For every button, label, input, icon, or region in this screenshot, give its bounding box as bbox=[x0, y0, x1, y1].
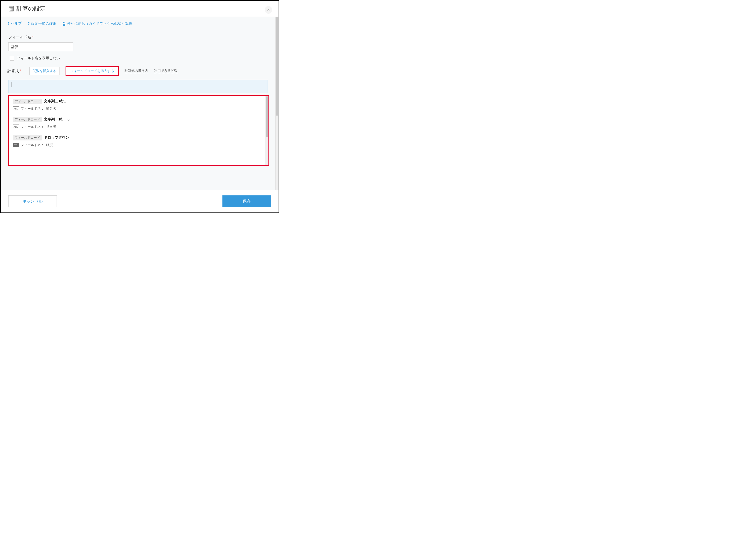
field-name-value: 確度 bbox=[46, 143, 53, 147]
dialog-body: ? ヘルプ ? 設定手順の詳細 便利に使おうガイドブック vol.02 計算編 … bbox=[1, 17, 278, 190]
field-list-scrollbar[interactable] bbox=[265, 96, 268, 165]
svg-rect-13 bbox=[14, 145, 17, 145]
svg-point-2 bbox=[10, 9, 11, 9]
svg-point-7 bbox=[12, 10, 13, 10]
available-functions-link[interactable]: 利用できる関数 bbox=[154, 69, 177, 73]
formula-label-text: 計算式 bbox=[7, 69, 19, 73]
field-name-value: 顧客名 bbox=[46, 107, 56, 111]
formula-label: 計算式* bbox=[7, 68, 21, 74]
svg-point-4 bbox=[12, 9, 13, 9]
hide-field-name-checkbox[interactable] bbox=[10, 56, 14, 61]
setup-detail-link[interactable]: ? 設定手順の詳細 bbox=[28, 21, 56, 26]
cancel-button[interactable]: キャンセル bbox=[8, 195, 57, 207]
field-code-badge: フィールドコード bbox=[13, 99, 42, 104]
help-link[interactable]: ? ヘルプ bbox=[7, 21, 22, 26]
scrollbar-thumb[interactable] bbox=[276, 17, 278, 116]
field-code-item[interactable]: フィールドコード ドロップダウン フィールド名：確度 bbox=[9, 132, 265, 150]
field-code-badge: フィールドコード bbox=[13, 135, 42, 140]
text-field-icon: ABC bbox=[13, 125, 19, 129]
dialog-titlebar: 計算の設定 × bbox=[1, 1, 278, 17]
field-name-row: フィールド名：確度 bbox=[13, 143, 261, 147]
field-name-row: ABC フィールド名：顧客名 bbox=[13, 106, 261, 111]
setup-detail-label: 設定手順の詳細 bbox=[31, 21, 56, 26]
field-name-label: フィールド名* bbox=[1, 31, 275, 42]
guidebook-link[interactable]: 便利に使おうガイドブック vol.02 計算編 bbox=[62, 21, 133, 26]
svg-rect-9 bbox=[63, 24, 65, 24]
svg-rect-1 bbox=[10, 7, 13, 8]
field-name-value: 担当者 bbox=[46, 125, 56, 129]
scrollbar-thumb[interactable] bbox=[266, 96, 268, 137]
svg-point-3 bbox=[11, 9, 12, 9]
dialog-window: 計算の設定 × ? ヘルプ ? 設定手順の詳細 便利に使おうガイドブ bbox=[0, 0, 279, 213]
hide-field-name-label: フィールド名を表示しない bbox=[17, 56, 60, 61]
svg-rect-14 bbox=[14, 146, 17, 146]
svg-point-6 bbox=[11, 10, 12, 10]
save-button[interactable]: 保存 bbox=[222, 195, 271, 207]
field-name-prefix: フィールド名： bbox=[21, 143, 44, 147]
dropdown-field-icon bbox=[13, 143, 19, 147]
dialog-title: 計算の設定 bbox=[16, 5, 46, 13]
insert-field-code-button[interactable]: フィールドコードを挿入する bbox=[66, 66, 119, 76]
svg-rect-10 bbox=[63, 25, 64, 25]
field-name-prefix: フィールド名： bbox=[21, 125, 44, 129]
field-code-list-scroll[interactable]: フィールドコード 文字列＿1行_ ABC フィールド名：顧客名 フィールドコード… bbox=[9, 96, 265, 165]
field-name-label-text: フィールド名 bbox=[8, 35, 31, 39]
document-icon bbox=[62, 22, 66, 26]
close-button[interactable]: × bbox=[265, 6, 272, 14]
formula-controls-row: 計算式* 関数を挿入する フィールドコードを挿入する 計算式の書き方 利用できる… bbox=[1, 66, 275, 80]
field-code-value: 文字列＿1行_ bbox=[44, 99, 66, 103]
field-code-value: 文字列＿1行＿0 bbox=[44, 117, 70, 121]
field-code-list: フィールドコード 文字列＿1行_ ABC フィールド名：顧客名 フィールドコード… bbox=[8, 95, 269, 166]
question-icon: ? bbox=[7, 22, 10, 26]
close-icon: × bbox=[267, 7, 270, 13]
body-scroll[interactable]: ? ヘルプ ? 設定手順の詳細 便利に使おうガイドブック vol.02 計算編 … bbox=[1, 17, 275, 190]
field-name-prefix: フィールド名： bbox=[21, 107, 44, 111]
svg-rect-12 bbox=[14, 144, 17, 144]
required-mark: * bbox=[32, 35, 34, 39]
required-mark: * bbox=[20, 69, 21, 73]
svg-rect-8 bbox=[63, 23, 65, 24]
field-name-row: ABC フィールド名：担当者 bbox=[13, 125, 261, 129]
help-row: ? ヘルプ ? 設定手順の詳細 便利に使おうガイドブック vol.02 計算編 bbox=[1, 17, 275, 31]
field-code-item[interactable]: フィールドコード 文字列＿1行＿0 ABC フィールド名：担当者 bbox=[9, 114, 265, 132]
field-name-input[interactable] bbox=[8, 42, 73, 51]
svg-point-5 bbox=[10, 10, 11, 10]
field-code-badge: フィールドコード bbox=[13, 117, 42, 122]
field-code-value: ドロップダウン bbox=[44, 136, 69, 139]
dialog-footer: キャンセル 保存 bbox=[1, 190, 278, 212]
field-code-item[interactable]: フィールドコード 文字列＿1行_ ABC フィールド名：顧客名 bbox=[9, 96, 265, 114]
insert-function-button[interactable]: 関数を挿入する bbox=[29, 67, 60, 75]
body-scrollbar[interactable] bbox=[275, 17, 278, 190]
text-field-icon: ABC bbox=[13, 106, 19, 111]
hide-field-name-checkbox-row[interactable]: フィールド名を表示しない bbox=[1, 55, 275, 66]
calculator-icon bbox=[8, 6, 14, 12]
help-link-label: ヘルプ bbox=[11, 21, 22, 26]
question-icon: ? bbox=[28, 22, 30, 26]
formula-editor[interactable] bbox=[8, 80, 268, 93]
guidebook-label: 便利に使おうガイドブック vol.02 計算編 bbox=[67, 21, 133, 26]
how-to-write-link[interactable]: 計算式の書き方 bbox=[125, 69, 148, 73]
